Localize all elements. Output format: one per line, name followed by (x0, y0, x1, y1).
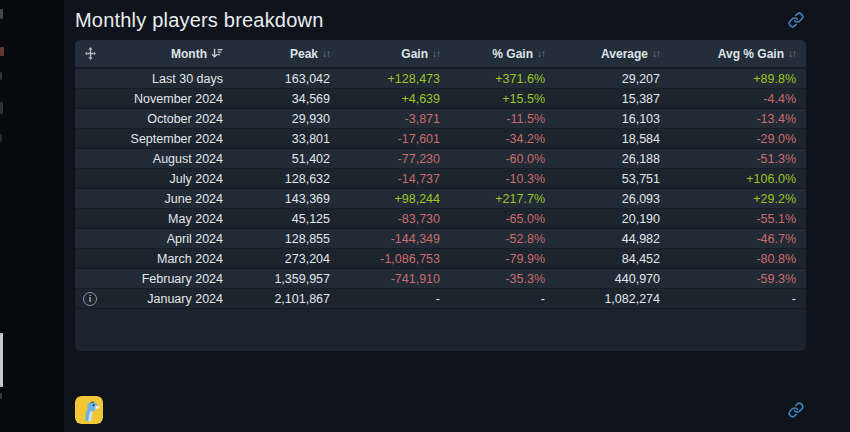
cell-gain: -144,349 (340, 229, 450, 249)
cell-average: 440,970 (555, 269, 670, 289)
cell-avg-gain-pct: -4.4% (670, 89, 806, 109)
screen-left-strip (0, 0, 64, 432)
cell-peak: 128,855 (233, 229, 340, 249)
row-handle-cell (75, 269, 105, 289)
cell-average: 18,584 (555, 129, 670, 149)
cell-average: 20,190 (555, 209, 670, 229)
table-row: March 2024 273,204 -1,086,753 -79.9% 84,… (75, 249, 806, 269)
cell-avg-gain-pct: -13.4% (670, 109, 806, 129)
sort-arrows-icon: ↓↑ (537, 48, 545, 59)
col-header-month[interactable]: Month (105, 40, 233, 68)
cell-gain-pct: +15.5% (450, 89, 555, 109)
cell-average: 26,188 (555, 149, 670, 169)
sort-arrows-icon: ↓↑ (432, 48, 440, 59)
cell-gain-pct: -65.0% (450, 209, 555, 229)
chain-link-icon (788, 402, 804, 418)
cell-average: 84,452 (555, 249, 670, 269)
cell-avg-gain-pct: - (670, 289, 806, 309)
main-content: Monthly players breakdown (64, 0, 850, 432)
info-icon[interactable]: i (83, 292, 97, 306)
cell-gain: +128,473 (340, 68, 450, 89)
cell-month: June 2024 (105, 189, 233, 209)
cell-average: 15,387 (555, 89, 670, 109)
sort-arrows-icon: ↓↑ (322, 48, 330, 59)
cell-peak: 51,402 (233, 149, 340, 169)
cell-gain: -14,737 (340, 169, 450, 189)
cell-month: May 2024 (105, 209, 233, 229)
table-row: June 2024 143,369 +98,244 +217.7% 26,093… (75, 189, 806, 209)
cell-gain-pct: -35.3% (450, 269, 555, 289)
column-drag-handle[interactable] (75, 40, 105, 68)
cell-avg-gain-pct: +89.8% (670, 68, 806, 89)
row-handle-cell: i (75, 289, 105, 309)
screen-artifact (0, 393, 2, 399)
cell-average: 16,103 (555, 109, 670, 129)
cell-peak: 1,359,957 (233, 269, 340, 289)
table-row: i January 2024 2,101,867 - - 1,082,274 - (75, 289, 806, 309)
dino-avatar[interactable] (75, 396, 103, 424)
cell-gain-pct: -79.9% (450, 249, 555, 269)
cell-gain: -17,601 (340, 129, 450, 149)
table-row: November 2024 34,569 +4,639 +15.5% 15,38… (75, 89, 806, 109)
table-row: Last 30 days 163,042 +128,473 +371.6% 29… (75, 68, 806, 89)
col-header-peak[interactable]: Peak↓↑ (233, 40, 340, 68)
cell-month: September 2024 (105, 129, 233, 149)
cell-gain: -1,086,753 (340, 249, 450, 269)
cell-month: October 2024 (105, 109, 233, 129)
cell-avg-gain-pct: -51.3% (670, 149, 806, 169)
table-row: October 2024 29,930 -3,871 -11.5% 16,103… (75, 109, 806, 129)
cell-gain: -83,730 (340, 209, 450, 229)
cell-avg-gain-pct: -55.1% (670, 209, 806, 229)
cell-gain: -741,910 (340, 269, 450, 289)
cell-month: August 2024 (105, 149, 233, 169)
monthly-players-table: Month Peak↓↑ Gain↓↑ (75, 40, 806, 309)
cell-avg-gain-pct: +29.2% (670, 189, 806, 209)
cell-average: 29,207 (555, 68, 670, 89)
cell-gain-pct: -52.8% (450, 229, 555, 249)
cell-gain-pct: -10.3% (450, 169, 555, 189)
table-row: May 2024 45,125 -83,730 -65.0% 20,190 -5… (75, 209, 806, 229)
cell-month: November 2024 (105, 89, 233, 109)
cell-peak: 163,042 (233, 68, 340, 89)
cell-month: January 2024 (105, 289, 233, 309)
row-handle-cell (75, 209, 105, 229)
cell-avg-gain-pct: +106.0% (670, 169, 806, 189)
cell-average: 44,982 (555, 229, 670, 249)
cell-gain: - (340, 289, 450, 309)
section-anchor-link[interactable] (786, 10, 806, 30)
cell-gain: +4,639 (340, 89, 450, 109)
cell-peak: 34,569 (233, 89, 340, 109)
col-header-average[interactable]: Average↓↑ (555, 40, 670, 68)
cell-gain: +98,244 (340, 189, 450, 209)
col-header-gain-pct[interactable]: % Gain↓↑ (450, 40, 555, 68)
screen-artifact (0, 47, 4, 56)
title-row: Monthly players breakdown (75, 0, 806, 40)
col-header-gain[interactable]: Gain↓↑ (340, 40, 450, 68)
move-icon (84, 47, 97, 60)
row-handle-cell (75, 89, 105, 109)
row-handle-cell (75, 109, 105, 129)
cell-peak: 45,125 (233, 209, 340, 229)
table-header-row: Month Peak↓↑ Gain↓↑ (75, 40, 806, 68)
screen-artifact (0, 9, 3, 19)
sort-desc-icon (211, 48, 223, 59)
sort-arrows-icon: ↓↑ (788, 48, 796, 59)
section-anchor-link-bottom[interactable] (786, 400, 806, 420)
cell-gain-pct: -60.0% (450, 149, 555, 169)
cell-avg-gain-pct: -29.0% (670, 129, 806, 149)
footer-row (75, 396, 806, 424)
row-handle-cell (75, 249, 105, 269)
row-handle-cell (75, 229, 105, 249)
col-header-avg-gain-pct[interactable]: Avg % Gain↓↑ (670, 40, 806, 68)
cell-gain: -77,230 (340, 149, 450, 169)
cell-avg-gain-pct: -80.8% (670, 249, 806, 269)
cell-month: April 2024 (105, 229, 233, 249)
cell-gain-pct: +371.6% (450, 68, 555, 89)
cell-peak: 2,101,867 (233, 289, 340, 309)
cell-peak: 33,801 (233, 129, 340, 149)
cell-peak: 143,369 (233, 189, 340, 209)
scrollbar-remnant (0, 333, 3, 387)
screen-artifact (0, 102, 3, 114)
cell-average: 53,751 (555, 169, 670, 189)
row-handle-cell (75, 169, 105, 189)
